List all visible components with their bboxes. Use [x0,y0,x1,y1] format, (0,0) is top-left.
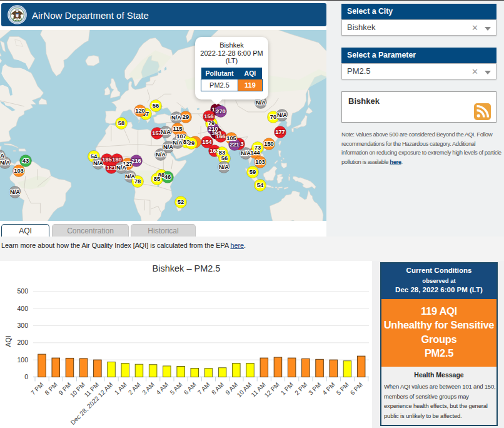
svg-text:180: 180 [112,156,122,163]
svg-text:157: 157 [152,130,162,136]
svg-text:58: 58 [118,120,124,126]
svg-text:400: 400 [17,305,28,312]
svg-text:N/A: N/A [256,99,266,106]
svg-text:154: 154 [202,138,212,145]
svg-text:85: 85 [154,175,160,182]
svg-text:185: 185 [102,156,112,163]
svg-text:78: 78 [134,178,141,185]
svg-text:N/A: N/A [116,164,126,171]
svg-text:59: 59 [249,168,256,175]
svg-text:200: 200 [17,339,28,346]
svg-text:N/A: N/A [0,152,4,159]
svg-text:0: 0 [24,373,28,380]
svg-text:46: 46 [164,173,171,180]
svg-text:103: 103 [14,167,24,174]
svg-text:100: 100 [17,356,28,364]
svg-text:150: 150 [264,140,274,147]
svg-text:270: 270 [216,108,226,115]
svg-text:120: 120 [135,107,145,114]
svg-text:N/A: N/A [173,139,183,146]
svg-text:N/A: N/A [10,188,20,195]
svg-text:N/A: N/A [156,151,166,158]
svg-text:221: 221 [229,141,239,148]
svg-text:73: 73 [255,144,261,151]
svg-text:56: 56 [153,102,159,109]
svg-text:300: 300 [17,322,28,329]
svg-text:103: 103 [255,158,265,165]
svg-text:56: 56 [221,155,228,161]
svg-text:166: 166 [216,133,226,140]
svg-text:216: 216 [131,157,141,164]
svg-text:156: 156 [204,113,214,120]
svg-text:N/A: N/A [277,111,287,118]
svg-text:N/A: N/A [163,143,173,150]
svg-text:163: 163 [209,147,219,154]
svg-text:N/A: N/A [219,163,229,170]
svg-text:N/A: N/A [171,114,181,121]
svg-text:177: 177 [275,128,285,135]
svg-text:N/A: N/A [161,128,171,135]
svg-text:N/A: N/A [0,159,10,166]
svg-text:54: 54 [91,153,98,160]
svg-text:70: 70 [270,113,276,120]
svg-text:115: 115 [173,125,182,132]
svg-text:29: 29 [188,140,194,146]
svg-text:54: 54 [257,181,264,188]
svg-text:Bishkek – PM2.5: Bishkek – PM2.5 [153,263,221,273]
svg-text:500: 500 [17,287,28,295]
svg-text:N/A: N/A [241,150,251,156]
svg-text:52: 52 [178,198,184,205]
svg-text:121: 121 [106,164,116,171]
svg-text:29: 29 [183,113,189,120]
svg-text:AQI: AQI [4,335,12,347]
svg-text:43: 43 [23,157,29,164]
